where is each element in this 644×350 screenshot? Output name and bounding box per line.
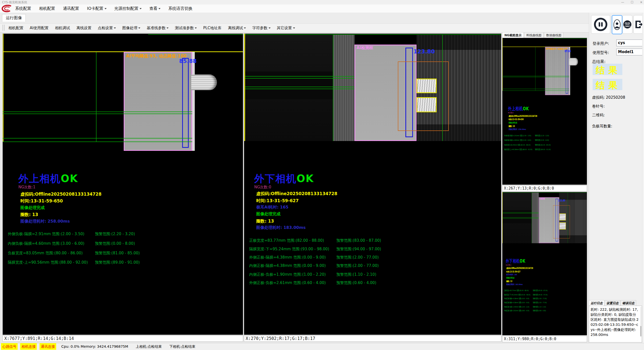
- menu-system-config[interactable]: 系统配置: [13, 5, 33, 13]
- pause-icon: [593, 17, 608, 32]
- reel-number-label: 卷针号:: [592, 104, 605, 109]
- minimize-icon[interactable]: —: [621, 0, 624, 5]
- virtual-code-text: 虚拟码:Offline20250208133134728: [256, 191, 337, 197]
- tool-test-params[interactable]: 测试项参数: [173, 24, 199, 32]
- ai-time-text: 极耳AI耗时: 165: [256, 205, 288, 210]
- tool-image-process[interactable]: 图像处理: [120, 24, 142, 32]
- ng-count-text: NG次数:0: [254, 185, 271, 190]
- close-icon[interactable]: ✕: [640, 0, 642, 5]
- ai-region-orange-box: [398, 61, 449, 131]
- ai-detect-box-label: AI检测框: [357, 45, 373, 51]
- measurement-row: 外侧正极-隔膜=4.38mm 范围:(0.00 - 9.00)预警范围:(2.0…: [244, 255, 501, 260]
- measure-value-text: 123.80: [413, 48, 435, 55]
- ng-top-panel[interactable]: AI平均阈值:93, 动态阈值:100 85.88 外上相机OK NG次数:1 …: [502, 38, 587, 185]
- measurement-row: 负极宽度=83.05mm 范围:(80.00 - 86.00)预警范围:(81.…: [3, 251, 243, 256]
- baseline-yellow-line: [3, 51, 243, 52]
- chevron-down-icon: [158, 8, 160, 9]
- result-box-1: 结果: [593, 64, 622, 75]
- tab-row: 运行图像: [0, 13, 644, 23]
- tool-ai-use-config[interactable]: AI使用配置: [28, 24, 50, 32]
- tab-setting-log[interactable]: 设置日志: [605, 300, 620, 306]
- process-done-text: 图像处理完成: [20, 205, 45, 211]
- toolbar: 相机配置 AI使用配置 相机调试 离线设置 点检设置 图像处理 基准线参数 测试…: [0, 23, 644, 32]
- ng-bottom-coord-bar: X:311;Y:980;R:0;G:0;B:0: [502, 336, 587, 342]
- right-camera-view[interactable]: AI检测框 123.80 外下相机OK NG次数:0 虚拟码:Offline20…: [244, 33, 501, 335]
- camera-title: 外上相机OK: [18, 172, 78, 186]
- tab-data-curve[interactable]: 数据曲线图: [544, 32, 564, 38]
- users-group-icon: [623, 20, 632, 29]
- right-scrollbar[interactable]: [642, 13, 644, 343]
- comm-connect-badge: 通讯连接: [40, 343, 56, 350]
- ng-top-coord-bar: X:267;Y:13;R:0;G:0;B:0: [502, 185, 587, 192]
- login-user-button[interactable]: [612, 15, 622, 34]
- menu-camera-config[interactable]: 相机配置: [37, 5, 57, 13]
- chevron-down-icon: [167, 27, 169, 29]
- measurement-row: 内侧正极-隔膜=4.38mm 范围:(0.00 - 9.00)预警范围:(2.0…: [244, 263, 501, 268]
- tab-ng-screenshot[interactable]: NG截图显示: [502, 32, 524, 38]
- tool-camera-config[interactable]: 相机配置: [7, 24, 25, 32]
- log-text: 耗时: 222, 缺陷检测耗时: 17, 缺陷分类耗时: 0, 缺陷提取分区耗时…: [591, 307, 639, 337]
- status-bar: 心跳信号 相机连接 通讯连接 Cpu: 0.0% Memory: 3424.41…: [0, 343, 644, 350]
- tool-char-params[interactable]: 字符参数: [251, 24, 272, 32]
- log-tabs: 运行日志设置日志错误日志: [589, 300, 642, 306]
- tool-plc-address[interactable]: PLC地址库: [201, 24, 223, 32]
- chevron-down-icon: [114, 27, 116, 29]
- window-title: CYS-视觉检测系统: [2, 1, 27, 4]
- menu-comm-config[interactable]: 通讯配置: [61, 5, 81, 13]
- menu-io-config[interactable]: IO卡配置: [85, 5, 108, 13]
- ai-threshold-text: AI平均阈值:93, 动态阈值:100: [126, 53, 187, 59]
- process-time-text: 图像处理耗时: 258.00ms: [20, 219, 70, 224]
- login-user-field[interactable]: cys: [616, 40, 643, 46]
- tab-run-log[interactable]: 运行日志: [589, 300, 604, 306]
- menu-language-switch[interactable]: 系统语言切换: [166, 5, 195, 13]
- lower-camera-status: 下相机:点检结束: [169, 343, 195, 350]
- left-camera-view[interactable]: AI平均阈值:93, 动态阈值:100 85.88 外上相机OK NG次数:1 …: [3, 33, 243, 335]
- chevron-down-icon: [269, 27, 271, 29]
- virtual-code-text: 虚拟码:Offline20250208133134728: [20, 191, 102, 197]
- tool-baseline-params[interactable]: 基准线参数: [145, 24, 170, 32]
- loop-count-text: 圈数: 13: [20, 212, 38, 218]
- chevron-down-icon: [105, 8, 107, 9]
- model-field[interactable]: Model1: [616, 49, 643, 55]
- camera-connect-badge: 相机连接: [20, 343, 37, 350]
- right-coord-bar: X:270;Y:2502;R:17;G:17;B:17: [244, 335, 501, 342]
- process-time-text: 图像处理耗时: 183.00ms: [256, 225, 306, 230]
- app-logo-icon: [1, 5, 12, 12]
- measurement-row: 隔膜宽度-上=90.56mm 范围:(88.00 - 92.00)预警范围:(8…: [3, 260, 243, 265]
- tool-offline-setting[interactable]: 离线设置: [75, 24, 93, 32]
- tab-run-image[interactable]: 运行图像: [2, 14, 26, 22]
- chevron-down-icon: [244, 27, 246, 29]
- ng-count-text: NG次数:1: [18, 185, 35, 190]
- measurement-row: 隔膜宽度-下=95.24mm 范围:(93.00 - 98.00)预警范围:(9…: [244, 247, 501, 252]
- toolbar-grip-handle[interactable]: [3, 25, 5, 30]
- chevron-down-icon: [138, 27, 140, 29]
- electrode-tab: [191, 75, 217, 90]
- tab-error-log[interactable]: 错误日志: [621, 300, 636, 306]
- measure-blue-box: [182, 58, 189, 148]
- tool-check-setting[interactable]: 点检设置: [96, 24, 118, 32]
- model-label: 使用型号:: [593, 50, 609, 55]
- ng-view-tabs: NG截图显示料线曲线图数据曲线图: [502, 32, 587, 38]
- measure-value-text: 85.88: [179, 58, 197, 64]
- switch-user-button[interactable]: [622, 15, 632, 34]
- title-bar: CYS-视觉检测系统 — ☐ ✕: [0, 0, 644, 5]
- maximize-icon[interactable]: ☐: [631, 0, 633, 5]
- measurement-row: 内侧正极-负极=1.90mm 范围:(1.00 - 2.20)预警范围:(1.1…: [244, 272, 501, 277]
- log-text-area[interactable]: 耗时: 222, 缺陷检测耗时: 17, 缺陷分类耗时: 0, 缺陷提取分区耗时…: [589, 306, 642, 342]
- camera-title: 外下相机OK: [254, 172, 314, 186]
- negative-tab-count-label: 负极耳数量:: [592, 124, 612, 129]
- tool-other-settings[interactable]: 其它设置: [275, 24, 297, 32]
- virtual-code-label: 虚拟码: 20250208: [592, 95, 625, 100]
- qr-code-label: 二维码:: [592, 113, 605, 118]
- pause-button[interactable]: [591, 15, 610, 34]
- menu-light-config[interactable]: 光源控制配置: [112, 5, 144, 13]
- time-text: 时间:13-31-59-627: [256, 198, 299, 204]
- tool-camera-debug[interactable]: 相机调试: [53, 24, 72, 32]
- measurement-row: 外侧正极-负极=2.61mm 范围:(0.60 - 4.00)预警范围:(0.6…: [244, 281, 501, 286]
- ng-bottom-panel[interactable]: AI检测框 123.80 外下相机OK NG次数:0 虚拟码:Offline20…: [502, 192, 587, 335]
- menu-view[interactable]: 查看: [147, 5, 163, 13]
- tool-offline-debug[interactable]: 离线调试: [226, 24, 248, 32]
- tab-material-curve[interactable]: 料线曲线图: [524, 32, 544, 38]
- left-coord-bar: X:7677;Y:891;R:14;G:14;B:14: [3, 335, 243, 342]
- process-done-text: 图像处理完成: [256, 212, 280, 217]
